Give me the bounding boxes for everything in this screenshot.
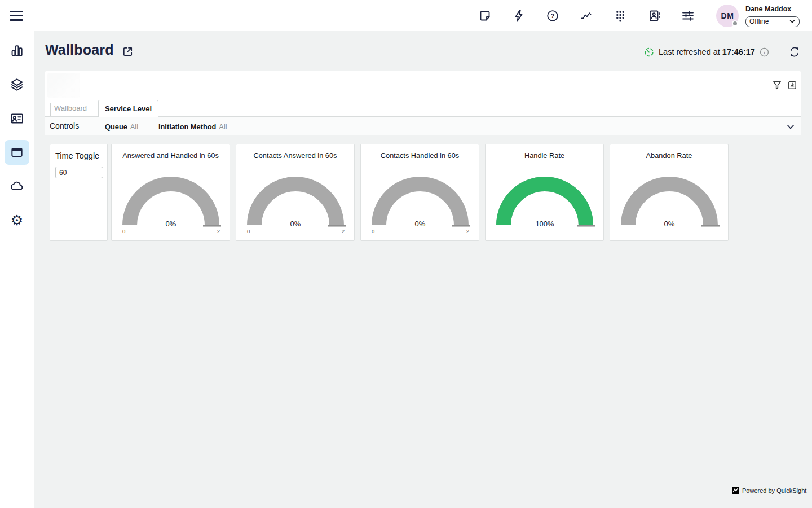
- contact-card-icon: [10, 111, 24, 126]
- controls-title: Controls: [50, 121, 79, 130]
- controls-bar: Controls QueueAll Initiation MethodAll: [45, 117, 801, 135]
- dialpad-icon[interactable]: [614, 9, 627, 23]
- sliders-icon[interactable]: [681, 9, 695, 23]
- sidebar-item-metrics[interactable]: [5, 38, 29, 63]
- gauge-title: Handle Rate: [486, 151, 603, 160]
- status-select[interactable]: Offline: [745, 16, 800, 27]
- svg-text:2: 2: [341, 228, 344, 234]
- sidebar-item-settings[interactable]: ⚙: [5, 208, 29, 233]
- powered-by-quicksight: Powered by QuickSight: [732, 487, 806, 494]
- refresh-icon[interactable]: [788, 46, 801, 58]
- note-icon[interactable]: [478, 9, 492, 23]
- cloud-icon: [10, 179, 24, 194]
- gauge-card: Answered and Handled in 60s 0% 02: [111, 144, 230, 241]
- bar-chart-icon: [10, 43, 24, 58]
- tab-divider: [50, 103, 51, 116]
- time-toggle-label: Time Toggle: [55, 151, 103, 160]
- filter-icon[interactable]: [772, 80, 782, 90]
- svg-text:100%: 100%: [535, 220, 554, 228]
- tab-wallboard[interactable]: Wallboard: [54, 104, 87, 112]
- svg-text:0%: 0%: [414, 220, 425, 228]
- controls-chevron-down-icon[interactable]: [785, 121, 796, 133]
- gauge-title: Contacts Answered in 60s: [236, 151, 354, 160]
- gauge-title: Abandon Rate: [610, 151, 728, 160]
- top-header: ? DM Dane Maddox Offline: [0, 0, 812, 31]
- export-icon[interactable]: [787, 80, 797, 90]
- sidebar-item-contacts[interactable]: [5, 106, 29, 131]
- browser-icon: [10, 145, 24, 160]
- svg-text:0%: 0%: [290, 220, 301, 228]
- gauge-card: Handle Rate 100%: [485, 144, 604, 241]
- time-toggle-input[interactable]: [55, 167, 103, 178]
- tab-service-level[interactable]: Service Level: [98, 100, 158, 117]
- help-icon[interactable]: ?: [546, 9, 559, 23]
- sidebar-item-wallboard[interactable]: [5, 140, 29, 165]
- gauge-chart: 0%: [619, 176, 720, 235]
- sidebar-item-flows[interactable]: [5, 72, 29, 97]
- svg-text:0%: 0%: [165, 220, 176, 228]
- gauge-chart: 0% 02: [245, 176, 346, 235]
- gear-icon: ⚙: [11, 213, 23, 227]
- status-dot: [732, 20, 738, 27]
- svg-text:0: 0: [372, 228, 374, 234]
- svg-text:0: 0: [247, 228, 250, 234]
- gauge-title: Answered and Handled in 60s: [112, 151, 230, 160]
- gauge-card: Contacts Handled in 60s 0% 02: [360, 144, 479, 241]
- hamburger-menu-icon[interactable]: [8, 7, 26, 24]
- faded-watermark: [47, 73, 80, 98]
- gauge-card: Abandon Rate 0%: [610, 144, 729, 241]
- sidebar: ⚙: [0, 31, 34, 508]
- gauge-title: Contacts Handled in 60s: [361, 151, 479, 160]
- initiation-method-filter[interactable]: Initiation MethodAll: [158, 122, 227, 131]
- last-refreshed-text: Last refreshed at 17:46:17: [659, 47, 755, 56]
- address-book-icon[interactable]: [647, 9, 661, 23]
- info-icon[interactable]: i: [760, 47, 769, 57]
- gauge-chart: 0% 02: [369, 176, 471, 235]
- layers-icon: [10, 77, 24, 92]
- time-toggle-card: Time Toggle: [50, 144, 108, 241]
- timer-icon: [644, 47, 654, 57]
- external-link-icon[interactable]: [121, 45, 134, 58]
- gauge-card: Contacts Answered in 60s 0% 02: [236, 144, 355, 241]
- page-title: Wallboard: [45, 42, 114, 58]
- quicksight-logo-icon: [732, 487, 739, 494]
- gauge-chart: 100%: [494, 176, 595, 235]
- gauge-chart: 0% 02: [120, 176, 222, 235]
- sidebar-item-cloud[interactable]: [5, 174, 29, 199]
- dashboard-panel: Wallboard Service Level Controls QueueAl…: [45, 71, 801, 135]
- lightning-icon[interactable]: [512, 9, 526, 23]
- svg-text:?: ?: [551, 12, 555, 19]
- queue-filter[interactable]: QueueAll: [105, 122, 138, 131]
- svg-text:2: 2: [466, 228, 469, 234]
- svg-text:0%: 0%: [664, 220, 674, 228]
- user-name: Dane Maddox: [745, 5, 791, 13]
- line-chart-icon[interactable]: [580, 9, 593, 23]
- svg-text:i: i: [764, 49, 765, 55]
- svg-text:0: 0: [122, 228, 125, 234]
- svg-text:2: 2: [217, 228, 219, 234]
